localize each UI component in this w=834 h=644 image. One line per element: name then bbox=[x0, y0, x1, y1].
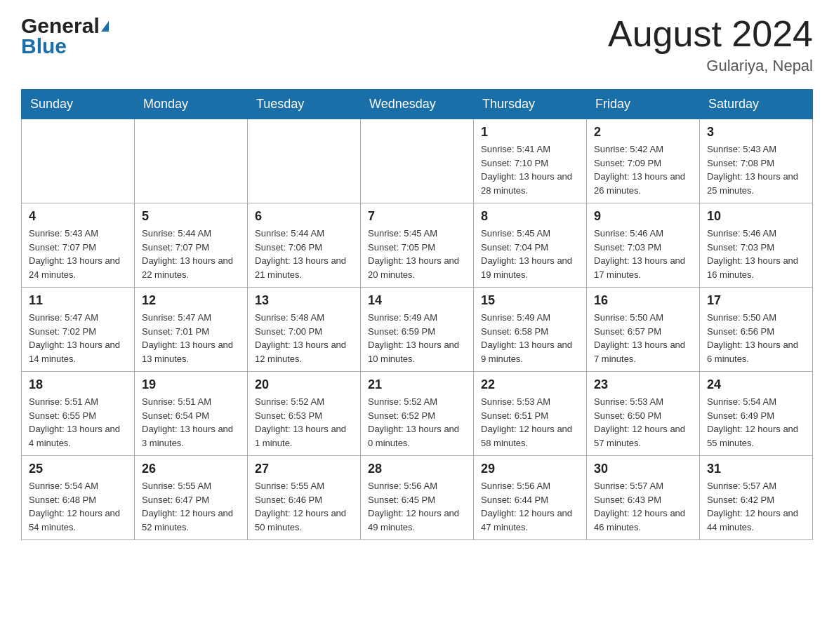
calendar-cell: 9Sunrise: 5:46 AM Sunset: 7:03 PM Daylig… bbox=[587, 203, 700, 288]
day-info: Sunrise: 5:51 AM Sunset: 6:54 PM Dayligh… bbox=[142, 395, 240, 450]
day-info: Sunrise: 5:54 AM Sunset: 6:48 PM Dayligh… bbox=[29, 479, 127, 534]
calendar-cell: 19Sunrise: 5:51 AM Sunset: 6:54 PM Dayli… bbox=[135, 372, 248, 456]
day-info: Sunrise: 5:57 AM Sunset: 6:43 PM Dayligh… bbox=[594, 479, 692, 534]
calendar-week-4: 18Sunrise: 5:51 AM Sunset: 6:55 PM Dayli… bbox=[22, 372, 813, 456]
day-number: 31 bbox=[707, 462, 805, 476]
calendar-cell: 10Sunrise: 5:46 AM Sunset: 7:03 PM Dayli… bbox=[700, 203, 813, 288]
day-number: 6 bbox=[255, 209, 353, 224]
logo-triangle-icon bbox=[101, 21, 109, 32]
calendar-table: SundayMondayTuesdayWednesdayThursdayFrid… bbox=[21, 89, 813, 540]
day-info: Sunrise: 5:42 AM Sunset: 7:09 PM Dayligh… bbox=[594, 142, 692, 197]
day-number: 9 bbox=[594, 209, 692, 224]
day-info: Sunrise: 5:55 AM Sunset: 6:46 PM Dayligh… bbox=[255, 479, 353, 534]
calendar-cell: 5Sunrise: 5:44 AM Sunset: 7:07 PM Daylig… bbox=[135, 203, 248, 288]
page-title: August 2024 bbox=[608, 14, 813, 54]
calendar-header-friday: Friday bbox=[587, 90, 700, 119]
calendar-header-monday: Monday bbox=[135, 90, 248, 119]
page-subtitle: Gulariya, Nepal bbox=[608, 57, 813, 75]
day-number: 23 bbox=[594, 377, 692, 392]
day-info: Sunrise: 5:46 AM Sunset: 7:03 PM Dayligh… bbox=[707, 227, 805, 281]
calendar-cell: 30Sunrise: 5:57 AM Sunset: 6:43 PM Dayli… bbox=[587, 456, 700, 540]
day-info: Sunrise: 5:56 AM Sunset: 6:44 PM Dayligh… bbox=[481, 479, 579, 534]
day-info: Sunrise: 5:53 AM Sunset: 6:51 PM Dayligh… bbox=[481, 395, 579, 450]
day-number: 8 bbox=[481, 209, 579, 224]
calendar-cell: 1Sunrise: 5:41 AM Sunset: 7:10 PM Daylig… bbox=[474, 119, 587, 203]
day-number: 16 bbox=[594, 293, 692, 308]
logo-blue: Blue bbox=[21, 34, 67, 58]
day-number: 14 bbox=[368, 293, 466, 308]
calendar-cell: 7Sunrise: 5:45 AM Sunset: 7:05 PM Daylig… bbox=[361, 203, 474, 288]
day-number: 7 bbox=[368, 209, 466, 224]
day-number: 22 bbox=[481, 377, 579, 392]
calendar-cell: 12Sunrise: 5:47 AM Sunset: 7:01 PM Dayli… bbox=[135, 288, 248, 372]
calendar-cell: 23Sunrise: 5:53 AM Sunset: 6:50 PM Dayli… bbox=[587, 372, 700, 456]
logo: General Blue bbox=[21, 14, 110, 58]
calendar-cell: 2Sunrise: 5:42 AM Sunset: 7:09 PM Daylig… bbox=[587, 119, 700, 203]
day-number: 24 bbox=[707, 377, 805, 392]
calendar-cell: 14Sunrise: 5:49 AM Sunset: 6:59 PM Dayli… bbox=[361, 288, 474, 372]
day-info: Sunrise: 5:47 AM Sunset: 7:02 PM Dayligh… bbox=[29, 311, 127, 365]
day-info: Sunrise: 5:49 AM Sunset: 6:58 PM Dayligh… bbox=[481, 311, 579, 365]
day-info: Sunrise: 5:54 AM Sunset: 6:49 PM Dayligh… bbox=[707, 395, 805, 450]
day-info: Sunrise: 5:50 AM Sunset: 6:57 PM Dayligh… bbox=[594, 311, 692, 365]
day-info: Sunrise: 5:52 AM Sunset: 6:52 PM Dayligh… bbox=[368, 395, 466, 450]
calendar-cell: 20Sunrise: 5:52 AM Sunset: 6:53 PM Dayli… bbox=[248, 372, 361, 456]
day-number: 10 bbox=[707, 209, 805, 224]
day-info: Sunrise: 5:41 AM Sunset: 7:10 PM Dayligh… bbox=[481, 142, 579, 197]
day-info: Sunrise: 5:57 AM Sunset: 6:42 PM Dayligh… bbox=[707, 479, 805, 534]
day-info: Sunrise: 5:44 AM Sunset: 7:06 PM Dayligh… bbox=[255, 227, 353, 281]
calendar-cell bbox=[361, 119, 474, 203]
day-info: Sunrise: 5:49 AM Sunset: 6:59 PM Dayligh… bbox=[368, 311, 466, 365]
day-info: Sunrise: 5:43 AM Sunset: 7:07 PM Dayligh… bbox=[29, 227, 127, 281]
calendar-cell: 11Sunrise: 5:47 AM Sunset: 7:02 PM Dayli… bbox=[22, 288, 135, 372]
day-info: Sunrise: 5:45 AM Sunset: 7:05 PM Dayligh… bbox=[368, 227, 466, 281]
day-number: 3 bbox=[707, 125, 805, 140]
calendar-week-1: 1Sunrise: 5:41 AM Sunset: 7:10 PM Daylig… bbox=[22, 119, 813, 203]
day-number: 20 bbox=[255, 377, 353, 392]
calendar-cell: 15Sunrise: 5:49 AM Sunset: 6:58 PM Dayli… bbox=[474, 288, 587, 372]
day-number: 13 bbox=[255, 293, 353, 308]
day-number: 19 bbox=[142, 377, 240, 392]
calendar-cell: 6Sunrise: 5:44 AM Sunset: 7:06 PM Daylig… bbox=[248, 203, 361, 288]
calendar-cell: 26Sunrise: 5:55 AM Sunset: 6:47 PM Dayli… bbox=[135, 456, 248, 540]
calendar-header-row: SundayMondayTuesdayWednesdayThursdayFrid… bbox=[22, 90, 813, 119]
calendar-header-tuesday: Tuesday bbox=[248, 90, 361, 119]
calendar-cell: 21Sunrise: 5:52 AM Sunset: 6:52 PM Dayli… bbox=[361, 372, 474, 456]
calendar-cell: 27Sunrise: 5:55 AM Sunset: 6:46 PM Dayli… bbox=[248, 456, 361, 540]
day-number: 17 bbox=[707, 293, 805, 308]
day-number: 30 bbox=[594, 462, 692, 476]
day-info: Sunrise: 5:48 AM Sunset: 7:00 PM Dayligh… bbox=[255, 311, 353, 365]
calendar-cell: 13Sunrise: 5:48 AM Sunset: 7:00 PM Dayli… bbox=[248, 288, 361, 372]
calendar-cell: 4Sunrise: 5:43 AM Sunset: 7:07 PM Daylig… bbox=[22, 203, 135, 288]
day-info: Sunrise: 5:47 AM Sunset: 7:01 PM Dayligh… bbox=[142, 311, 240, 365]
day-number: 28 bbox=[368, 462, 466, 476]
day-number: 4 bbox=[29, 209, 127, 224]
day-number: 27 bbox=[255, 462, 353, 476]
calendar-header-thursday: Thursday bbox=[474, 90, 587, 119]
calendar-cell: 18Sunrise: 5:51 AM Sunset: 6:55 PM Dayli… bbox=[22, 372, 135, 456]
day-number: 12 bbox=[142, 293, 240, 308]
day-number: 21 bbox=[368, 377, 466, 392]
day-info: Sunrise: 5:56 AM Sunset: 6:45 PM Dayligh… bbox=[368, 479, 466, 534]
calendar-cell: 3Sunrise: 5:43 AM Sunset: 7:08 PM Daylig… bbox=[700, 119, 813, 203]
calendar-header-saturday: Saturday bbox=[700, 90, 813, 119]
calendar-cell: 29Sunrise: 5:56 AM Sunset: 6:44 PM Dayli… bbox=[474, 456, 587, 540]
day-info: Sunrise: 5:43 AM Sunset: 7:08 PM Dayligh… bbox=[707, 142, 805, 197]
calendar-header-sunday: Sunday bbox=[22, 90, 135, 119]
day-info: Sunrise: 5:53 AM Sunset: 6:50 PM Dayligh… bbox=[594, 395, 692, 450]
calendar-cell bbox=[135, 119, 248, 203]
page-header: General Blue August 2024 Gulariya, Nepal bbox=[21, 14, 813, 75]
day-number: 18 bbox=[29, 377, 127, 392]
day-info: Sunrise: 5:50 AM Sunset: 6:56 PM Dayligh… bbox=[707, 311, 805, 365]
calendar-cell: 28Sunrise: 5:56 AM Sunset: 6:45 PM Dayli… bbox=[361, 456, 474, 540]
calendar-cell: 22Sunrise: 5:53 AM Sunset: 6:51 PM Dayli… bbox=[474, 372, 587, 456]
day-number: 11 bbox=[29, 293, 127, 308]
title-block: August 2024 Gulariya, Nepal bbox=[608, 14, 813, 75]
day-info: Sunrise: 5:51 AM Sunset: 6:55 PM Dayligh… bbox=[29, 395, 127, 450]
calendar-cell bbox=[22, 119, 135, 203]
day-info: Sunrise: 5:52 AM Sunset: 6:53 PM Dayligh… bbox=[255, 395, 353, 450]
day-number: 1 bbox=[481, 125, 579, 140]
day-number: 25 bbox=[29, 462, 127, 476]
calendar-cell: 24Sunrise: 5:54 AM Sunset: 6:49 PM Dayli… bbox=[700, 372, 813, 456]
calendar-cell: 8Sunrise: 5:45 AM Sunset: 7:04 PM Daylig… bbox=[474, 203, 587, 288]
